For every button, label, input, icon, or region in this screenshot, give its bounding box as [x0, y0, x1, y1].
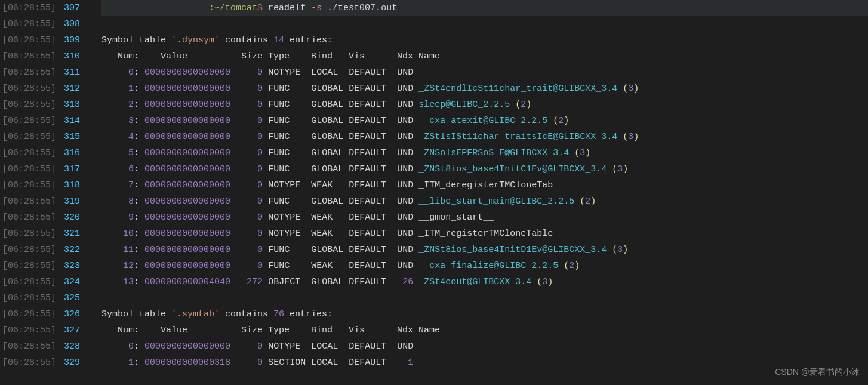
line-number[interactable]: 323 [61, 258, 80, 274]
timestamp: [06:28:55] [2, 322, 56, 338]
code-line[interactable]: Symbol table '.symtab' contains 76 entri… [101, 306, 868, 322]
line-number-gutter[interactable]: 3073083093103113123133143153163173183193… [60, 0, 85, 385]
fold-gutter[interactable]: ⊟ [85, 0, 94, 385]
fold-cell[interactable] [85, 32, 94, 48]
code-line[interactable]: 3: 0000000000000000 0 FUNC GLOBAL DEFAUL… [101, 113, 868, 129]
timestamp: [06:28:55] [2, 355, 56, 371]
timestamp: [06:28:55] [2, 338, 56, 355]
code-line[interactable] [101, 290, 868, 306]
timestamp: [06:28:55] [2, 210, 56, 226]
code-line[interactable]: Num: Value Size Type Bind Vis Ndx Name [101, 322, 868, 338]
line-number[interactable]: 314 [61, 113, 80, 129]
fold-collapse-icon[interactable]: ⊟ [85, 1, 92, 17]
fold-cell[interactable] [85, 97, 94, 113]
line-number[interactable]: 324 [61, 274, 80, 290]
timestamp: [06:28:55] [2, 0, 56, 16]
code-line[interactable] [101, 16, 868, 32]
code-editor: [06:28:55][06:28:55][06:28:55][06:28:55]… [0, 0, 868, 385]
line-number[interactable]: 307 [61, 0, 80, 16]
line-number[interactable]: 319 [61, 193, 80, 210]
line-number[interactable]: 321 [61, 226, 80, 242]
code-line[interactable]: 5: 0000000000000000 0 FUNC GLOBAL DEFAUL… [101, 145, 868, 161]
code-line[interactable]: 6: 0000000000000000 0 FUNC GLOBAL DEFAUL… [101, 161, 868, 177]
timestamp: [06:28:55] [2, 274, 56, 290]
code-line[interactable]: 13: 0000000000004040 272 OBJECT GLOBAL D… [101, 274, 868, 290]
code-line[interactable]: Symbol table '.dynsym' contains 14 entri… [101, 32, 868, 48]
code-line[interactable]: 9: 0000000000000000 0 NOTYPE WEAK DEFAUL… [101, 210, 868, 226]
line-number[interactable]: 309 [61, 32, 80, 48]
line-number[interactable]: 316 [61, 145, 80, 161]
timestamp: [06:28:55] [2, 64, 56, 81]
line-number[interactable]: 320 [61, 210, 80, 226]
code-line[interactable]: 7: 0000000000000000 0 NOTYPE WEAK DEFAUL… [101, 177, 868, 193]
fold-cell[interactable] [85, 210, 94, 226]
timestamp: [06:28:55] [2, 226, 56, 242]
line-number[interactable]: 310 [61, 48, 80, 64]
code-line[interactable]: 12: 0000000000000000 0 FUNC WEAK DEFAULT… [101, 258, 868, 274]
line-number[interactable]: 317 [61, 161, 80, 177]
timestamp: [06:28:55] [2, 32, 56, 48]
fold-cell[interactable] [85, 161, 94, 177]
code-line[interactable]: 2: 0000000000000000 0 FUNC GLOBAL DEFAUL… [101, 97, 868, 113]
fold-cell[interactable] [85, 129, 94, 145]
fold-cell[interactable] [85, 274, 94, 290]
fold-cell[interactable] [85, 177, 94, 193]
fold-cell[interactable] [85, 113, 94, 129]
code-line[interactable]: 0: 0000000000000000 0 NOTYPE LOCAL DEFAU… [101, 338, 868, 355]
fold-cell[interactable] [85, 81, 94, 97]
line-number[interactable]: 328 [61, 338, 80, 355]
line-number[interactable]: 318 [61, 177, 80, 193]
timestamp: [06:28:55] [2, 306, 56, 322]
line-number[interactable]: 311 [61, 64, 80, 81]
timestamp-gutter: [06:28:55][06:28:55][06:28:55][06:28:55]… [0, 0, 60, 385]
fold-cell[interactable] [85, 258, 94, 274]
code-line[interactable]: Num: Value Size Type Bind Vis Ndx Name [101, 48, 868, 64]
line-number[interactable]: 322 [61, 242, 80, 258]
line-number[interactable]: 326 [61, 306, 80, 322]
timestamp: [06:28:55] [2, 161, 56, 177]
line-number[interactable]: 315 [61, 129, 80, 145]
timestamp: [06:28:55] [2, 177, 56, 193]
timestamp: [06:28:55] [2, 81, 56, 97]
fold-cell[interactable] [85, 338, 94, 355]
fold-cell[interactable] [85, 145, 94, 161]
fold-cell[interactable] [85, 306, 94, 322]
fold-cell[interactable] [85, 322, 94, 338]
code-line[interactable]: 1: 0000000000000000 0 FUNC GLOBAL DEFAUL… [101, 81, 868, 97]
timestamp: [06:28:55] [2, 48, 56, 64]
timestamp: [06:28:55] [2, 193, 56, 210]
code-line[interactable]: 4: 0000000000000000 0 FUNC GLOBAL DEFAUL… [101, 129, 868, 145]
timestamp: [06:28:55] [2, 258, 56, 274]
fold-cell[interactable] [85, 16, 94, 32]
fold-cell[interactable] [85, 290, 94, 306]
code-line[interactable]: 0: 0000000000000000 0 NOTYPE LOCAL DEFAU… [101, 64, 868, 81]
timestamp: [06:28:55] [2, 290, 56, 306]
code-line[interactable]: 1: 0000000000000318 0 SECTION LOCAL DEFA… [101, 355, 868, 371]
fold-cell[interactable] [85, 193, 94, 210]
fold-cell[interactable] [85, 64, 94, 81]
line-number[interactable]: 308 [61, 16, 80, 32]
code-line[interactable]: 8: 0000000000000000 0 FUNC GLOBAL DEFAUL… [101, 193, 868, 210]
line-number[interactable]: 327 [61, 322, 80, 338]
line-number[interactable]: 325 [61, 290, 80, 306]
fold-cell[interactable]: ⊟ [85, 0, 94, 16]
code-content[interactable]: :~/tomcat$ readelf -s ./test007.out Symb… [94, 0, 868, 385]
timestamp: [06:28:55] [2, 145, 56, 161]
fold-cell[interactable] [85, 355, 94, 371]
line-number[interactable]: 329 [61, 355, 80, 371]
code-line[interactable]: :~/tomcat$ readelf -s ./test007.out [101, 0, 868, 16]
line-number[interactable]: 313 [61, 97, 80, 113]
fold-cell[interactable] [85, 48, 94, 64]
fold-cell[interactable] [85, 226, 94, 242]
line-number[interactable]: 312 [61, 81, 80, 97]
timestamp: [06:28:55] [2, 129, 56, 145]
code-line[interactable]: 10: 0000000000000000 0 NOTYPE WEAK DEFAU… [101, 226, 868, 242]
timestamp: [06:28:55] [2, 113, 56, 129]
timestamp: [06:28:55] [2, 97, 56, 113]
timestamp: [06:28:55] [2, 242, 56, 258]
code-line[interactable]: 11: 0000000000000000 0 FUNC GLOBAL DEFAU… [101, 242, 868, 258]
fold-cell[interactable] [85, 242, 94, 258]
timestamp: [06:28:55] [2, 16, 56, 32]
